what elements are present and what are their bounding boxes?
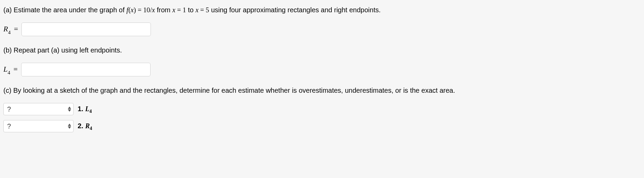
part-a-from: from — [155, 6, 172, 14]
r4-answer-row: R4 = — [3, 23, 641, 36]
l4-input[interactable] — [21, 63, 151, 76]
part-c-prompt: (c) By looking at a sketch of the graph … — [3, 85, 641, 95]
svg-marker-1 — [68, 109, 71, 112]
match-label-2: 2. R4 — [78, 121, 92, 132]
r4-label: R4 = — [3, 23, 18, 35]
match-select-1[interactable]: ? — [3, 103, 74, 115]
part-a-prompt: (a) Estimate the area under the graph of… — [3, 5, 641, 15]
svg-marker-0 — [68, 107, 71, 109]
svg-marker-3 — [68, 127, 71, 129]
match-row-2: ? 2. R4 — [3, 120, 641, 132]
part-b-prompt: (b) Repeat part (a) using left endpoints… — [3, 45, 641, 55]
match-row-1: ? 1. L4 — [3, 103, 641, 115]
math-fx: f(x) = 10/x — [126, 6, 155, 14]
part-a-to: to — [186, 6, 195, 14]
part-b-text: (b) Repeat part (a) using left endpoints… — [3, 46, 122, 54]
l4-label: L4 = — [3, 63, 18, 76]
match-label-1: 1. L4 — [78, 104, 92, 115]
svg-marker-2 — [68, 124, 71, 126]
match-select-2[interactable]: ? — [3, 120, 74, 132]
part-a-pre: (a) Estimate the area under the graph of — [3, 6, 126, 14]
match-select-2-display: ? — [7, 121, 11, 131]
stepper-arrows-icon — [68, 124, 71, 129]
r4-input[interactable] — [21, 23, 151, 36]
math-x5: x = 5 — [195, 6, 209, 14]
match-select-1-display: ? — [7, 104, 11, 114]
math-x1: x = 1 — [172, 6, 186, 14]
part-a-post: using four approximating rectangles and … — [209, 6, 381, 14]
stepper-arrows-icon — [68, 107, 71, 112]
part-c-text: (c) By looking at a sketch of the graph … — [3, 87, 455, 94]
l4-answer-row: L4 = — [3, 63, 641, 76]
